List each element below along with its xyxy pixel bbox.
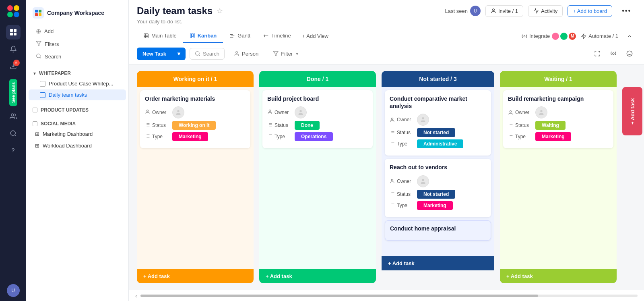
filter-button[interactable]: Filter ▼ — [268, 48, 304, 60]
toolbar: New Task ▼ Search Person Filter ▼ — [129, 43, 644, 64]
section-social-media-header[interactable]: SOCIAL MEDIA — [26, 119, 128, 128]
status-text: Status — [397, 191, 411, 197]
collapse-button[interactable] — [623, 30, 636, 43]
tab-gantt[interactable]: Gantt — [223, 29, 257, 43]
activity-button[interactable]: Activity — [528, 5, 563, 17]
section-whitepaper-header[interactable]: ▼ WHITEPAPER — [26, 69, 128, 78]
svg-point-2 — [7, 12, 13, 17]
new-task-arrow[interactable]: ▼ — [172, 48, 186, 60]
tab-kanban-label: Kanban — [198, 33, 217, 39]
filters-item[interactable]: Filters — [33, 38, 122, 50]
card-type-field: Type Marketing — [390, 201, 486, 210]
col-footer-waiting[interactable]: + Add task — [500, 269, 617, 283]
nav-people-icon[interactable] — [6, 109, 21, 124]
sidebar-item-marketing-dashboard[interactable]: ⊞ Marketing Dashboard — [29, 129, 126, 139]
nav-grid-icon[interactable] — [6, 25, 21, 39]
add-icon: ⊕ — [36, 27, 41, 35]
svg-point-31 — [524, 35, 525, 37]
section-label: WHITEPAPER — [39, 71, 71, 76]
card-conduct-comparative[interactable]: Conduct comparative market analysis Owne… — [385, 90, 491, 156]
person-filter-button[interactable]: Person — [229, 48, 264, 60]
col-body-working-on-it: Order marketing materials Owner — [137, 87, 254, 269]
app-logo[interactable] — [6, 4, 21, 19]
tab-kanban[interactable]: Kanban — [183, 29, 223, 43]
more-options-button[interactable]: ••• — [617, 5, 636, 17]
section-label: SOCIAL MEDIA — [41, 121, 76, 127]
svg-point-40 — [147, 110, 148, 112]
workspace-icon — [33, 7, 44, 19]
col-footer-not-started[interactable]: + Add task — [382, 256, 494, 270]
user-avatar[interactable]: U — [7, 284, 20, 297]
item-icon-active — [40, 92, 45, 98]
svg-rect-5 — [14, 29, 17, 32]
col-footer-working-on-it[interactable]: + Add task — [137, 269, 254, 283]
card-type-field: Type Operations — [267, 132, 368, 141]
see-plans-btn[interactable]: See plans — [9, 79, 17, 106]
nav-search-icon[interactable] — [6, 126, 21, 141]
integrate-button[interactable]: Integrate M — [522, 33, 576, 40]
svg-rect-15 — [39, 13, 41, 16]
add-col-label: + Add task — [630, 98, 636, 125]
svg-point-37 — [627, 51, 632, 56]
star-icon[interactable]: ☆ — [217, 6, 223, 15]
card-type-field: Type Marketing — [508, 132, 609, 141]
person-label: Person — [242, 51, 258, 57]
nav-bell-icon[interactable] — [6, 42, 21, 56]
col-header-working-on-it: Working on it / 1 — [137, 71, 254, 87]
invite-button[interactable]: Invite / 1 — [485, 5, 523, 17]
tab-main-table[interactable]: Main Table — [137, 29, 183, 43]
card-status-field: Status Not started — [390, 128, 486, 137]
type-icon — [267, 133, 272, 140]
svg-point-66 — [422, 179, 424, 181]
add-label: Add — [44, 28, 54, 34]
tabs-row: Main Table Kanban Gantt — [137, 28, 636, 43]
new-task-button[interactable]: New Task ▼ — [137, 48, 186, 60]
expand-icon[interactable] — [591, 47, 604, 60]
add-task-done: + Add task — [266, 273, 292, 279]
filter-label: Filter — [281, 51, 293, 57]
svg-rect-12 — [35, 10, 38, 12]
card-status-field: Status Not started — [390, 190, 486, 199]
svg-rect-13 — [39, 10, 41, 12]
sidebar-item-daily-team-tasks[interactable]: Daily team tasks — [29, 89, 126, 100]
settings-icon[interactable] — [607, 47, 620, 60]
type-label: Type — [145, 133, 169, 140]
sidebar-item-workload-dashboard[interactable]: ⊞ Workload Dashboard — [29, 140, 126, 151]
search-item[interactable]: Search — [33, 51, 122, 62]
col-title-waiting: Waiting / 1 — [544, 76, 572, 82]
nav-question-icon[interactable]: ? — [6, 143, 21, 158]
add-col-button[interactable]: + Add task — [622, 87, 642, 135]
tab-timeline[interactable]: Timeline — [257, 29, 297, 43]
automate-button[interactable]: Automate / 1 — [581, 33, 618, 39]
add-to-board-label: + Add to board — [573, 8, 607, 14]
sidebar-item-product-use-case[interactable]: Product Use Case Whitep... — [29, 78, 126, 89]
card-reach-out-vendors[interactable]: Reach out to vendors Owner — [385, 159, 491, 217]
add-to-board-button[interactable]: + Add to board — [568, 5, 612, 17]
svg-point-61 — [422, 117, 424, 119]
card-title: Reach out to vendors — [390, 164, 486, 171]
item-label: Product Use Case Whitep... — [49, 81, 113, 87]
type-text: Type — [152, 134, 163, 139]
col-title-not-started: Not started / 3 — [419, 76, 456, 82]
col-title-working-on-it: Working on it / 1 — [173, 76, 217, 82]
search-button[interactable]: Search — [190, 48, 225, 60]
emoji-icon[interactable] — [623, 47, 636, 60]
nav-download-icon[interactable]: 5 — [6, 59, 21, 73]
col-footer-done[interactable]: + Add task — [259, 269, 376, 283]
section-product-updates: PRODUCT UPDATES — [26, 106, 128, 114]
add-view-button[interactable]: + Add View — [297, 30, 333, 42]
svg-point-53 — [299, 110, 301, 112]
add-item[interactable]: ⊕ Add — [33, 25, 122, 37]
section-product-updates-header[interactable]: PRODUCT UPDATES — [26, 106, 128, 114]
workspace-header[interactable]: Company Workspace — [26, 5, 128, 23]
scroll-left-icon[interactable]: ‹ — [135, 293, 137, 299]
card-order-marketing[interactable]: Order marketing materials Owner — [140, 90, 250, 148]
status-badge-working-on-it: Working on it — [172, 121, 216, 130]
svg-rect-26 — [194, 33, 195, 37]
card-conduct-home-appraisal[interactable]: Conduct home appraisal — [385, 220, 491, 241]
card-build-project-board[interactable]: Build project board Owner — [262, 90, 373, 148]
card-build-remarketing[interactable]: Build remarketing campaign Owner — [503, 90, 613, 148]
status-label: Status — [145, 122, 169, 129]
card-status-field: Status Working on it — [145, 121, 246, 130]
svg-point-3 — [14, 12, 19, 17]
